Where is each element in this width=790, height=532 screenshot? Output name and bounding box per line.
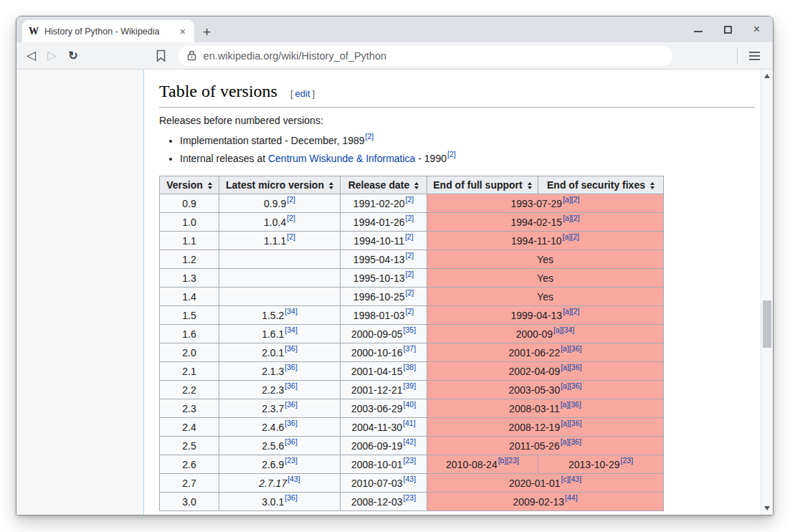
column-header-micro[interactable]: Latest micro version xyxy=(219,176,341,194)
sort-icon xyxy=(414,182,419,189)
ref-link[interactable]: [41] xyxy=(403,419,416,427)
ref-link[interactable]: [34] xyxy=(285,326,298,334)
ref-link[interactable]: [2] xyxy=(405,214,414,222)
table-row: 2.72.7.17[43]2010-07-03[43]2020-01-01[c]… xyxy=(160,474,664,493)
edit-link[interactable]: edit xyxy=(295,88,310,99)
ref-link[interactable]: [40] xyxy=(404,400,417,409)
tab-title: History of Python - Wikipedia xyxy=(44,27,172,37)
ref-link[interactable]: [34] xyxy=(285,307,298,315)
micro-version-cell: 2.5.6[36] xyxy=(219,437,341,455)
browser-tab[interactable]: W History of Python - Wikipedia × xyxy=(22,20,194,42)
page-body: Table of versions [edit] Releases before… xyxy=(16,70,773,515)
ref-link[interactable]: [23] xyxy=(285,456,298,465)
eol-cell: 1999-04-13[a][2] xyxy=(427,306,664,325)
ref-link[interactable]: [36] xyxy=(285,437,298,446)
ref-link[interactable]: [a][2] xyxy=(563,214,579,222)
ref-link[interactable]: [35] xyxy=(404,326,417,334)
list-item: Implementation started - December, 1989[… xyxy=(180,132,755,150)
ref-link[interactable]: [43] xyxy=(287,475,300,483)
ref-link[interactable]: [2] xyxy=(447,150,456,158)
ref-link[interactable]: [36] xyxy=(285,381,298,390)
ref-link[interactable]: [2] xyxy=(405,251,414,260)
ref-link[interactable]: [23] xyxy=(404,456,417,465)
cwi-link[interactable]: Centrum Wiskunde & Informatica xyxy=(268,153,415,164)
ref-link[interactable]: [a][36] xyxy=(561,381,581,390)
ref-link[interactable]: [38] xyxy=(404,363,417,371)
ref-link[interactable]: [a][2] xyxy=(563,307,579,315)
ref-link[interactable]: [36] xyxy=(285,419,298,427)
ref-link[interactable]: [2] xyxy=(287,214,295,222)
ref-link[interactable]: [2] xyxy=(405,270,414,278)
eol-cell: 2002-04-09[a][36] xyxy=(427,362,664,381)
ref-link[interactable]: [a][36] xyxy=(561,400,581,409)
ref-link[interactable]: [2] xyxy=(405,195,414,204)
eol-cell: 2011-05-26[a][36] xyxy=(427,437,664,455)
table-row: 1.11.1.1[2]1994-10-11[2]1994-11-10[a][2] xyxy=(160,232,664,250)
bookmark-button[interactable] xyxy=(156,49,166,62)
ref-link[interactable]: [a][34] xyxy=(553,326,574,334)
eol-cell: 2008-03-11[a][36] xyxy=(427,399,664,418)
ref-link[interactable]: [36] xyxy=(285,344,298,353)
address-bar[interactable]: en.wikipedia.org/wiki/History_of_Python xyxy=(178,46,672,66)
column-header-security-fixes[interactable]: End of security fixes xyxy=(538,176,664,194)
ref-link[interactable]: [36] xyxy=(285,400,298,409)
ref-link[interactable]: [37] xyxy=(404,344,417,353)
version-cell: 2.5 xyxy=(160,437,219,455)
maximize-button[interactable] xyxy=(724,26,732,34)
version-cell: 1.1 xyxy=(160,232,219,250)
browser-window: W History of Python - Wikipedia × + × ◁ … xyxy=(16,16,774,516)
tab-bar: W History of Python - Wikipedia × + × xyxy=(16,16,773,42)
eol-cell: Yes xyxy=(427,288,664,306)
ref-link[interactable]: [44] xyxy=(565,493,578,502)
ref-link[interactable]: [a][36] xyxy=(561,437,581,446)
minimize-button[interactable] xyxy=(694,31,703,32)
ref-link[interactable]: [2] xyxy=(366,132,374,141)
column-header-full-support[interactable]: End of full support xyxy=(427,176,538,194)
ref-link[interactable]: [a][36] xyxy=(561,363,581,371)
ref-link[interactable]: [39] xyxy=(404,381,417,390)
ref-link[interactable]: [36] xyxy=(285,493,298,502)
release-date-cell: 1998-01-03[2] xyxy=(341,306,427,325)
ref-link[interactable]: [36] xyxy=(285,363,298,371)
scrollbar-thumb[interactable] xyxy=(763,300,771,348)
ref-link[interactable]: [23] xyxy=(621,456,634,465)
reload-button[interactable]: ↻ xyxy=(68,50,77,62)
ref-link[interactable]: [2] xyxy=(405,288,414,297)
ref-link[interactable]: [2] xyxy=(287,195,295,204)
scroll-down-button[interactable] xyxy=(764,506,770,510)
ref-link[interactable]: [43] xyxy=(404,475,417,483)
back-button[interactable]: ◁ xyxy=(27,49,36,62)
table-row: 2.42.4.6[36]2004-11-30[41]2008-12-19[a][… xyxy=(160,418,664,437)
ref-link[interactable]: [2] xyxy=(405,232,414,241)
ref-link[interactable]: [a][36] xyxy=(561,344,581,353)
column-header-version[interactable]: Version xyxy=(160,176,219,194)
scroll-up-button[interactable] xyxy=(764,74,770,78)
ref-link[interactable]: [2] xyxy=(405,307,414,315)
ref-link[interactable]: [23] xyxy=(404,493,417,502)
micro-version-cell: 1.6.1[34] xyxy=(219,325,341,343)
scrollbar[interactable] xyxy=(761,70,773,515)
close-button[interactable]: × xyxy=(753,24,760,35)
menu-button[interactable] xyxy=(749,52,760,60)
forward-button: ▷ xyxy=(47,49,57,62)
ref-link[interactable]: [b][23] xyxy=(498,456,519,465)
new-tab-button[interactable]: + xyxy=(203,25,211,39)
security-fixes-cell: 2013-10-29[23] xyxy=(538,455,664,474)
sort-icon xyxy=(528,182,532,189)
column-header-release[interactable]: Release date xyxy=(341,176,427,194)
ref-link[interactable]: [42] xyxy=(404,437,417,446)
tab-close-icon[interactable]: × xyxy=(178,25,188,38)
release-date-cell: 2004-11-30[41] xyxy=(341,418,427,437)
ref-link[interactable]: [a][36] xyxy=(561,419,581,427)
article-content: Table of versions [edit] Releases before… xyxy=(144,70,761,515)
ref-link[interactable]: [a][2] xyxy=(563,195,579,204)
release-date-cell: 1994-01-26[2] xyxy=(341,213,427,232)
ref-link[interactable]: [c][43] xyxy=(561,475,582,483)
eol-cell: 2020-01-01[c][43] xyxy=(427,474,664,493)
table-row: 1.51.5.2[34]1998-01-03[2]1999-04-13[a][2… xyxy=(160,306,664,325)
ref-link[interactable]: [2] xyxy=(287,232,295,241)
micro-version-cell: 2.7.17[43] xyxy=(219,474,341,493)
ref-link[interactable]: [a][2] xyxy=(563,232,579,241)
version-cell: 2.6 xyxy=(160,455,219,474)
version-cell: 2.7 xyxy=(160,474,219,493)
